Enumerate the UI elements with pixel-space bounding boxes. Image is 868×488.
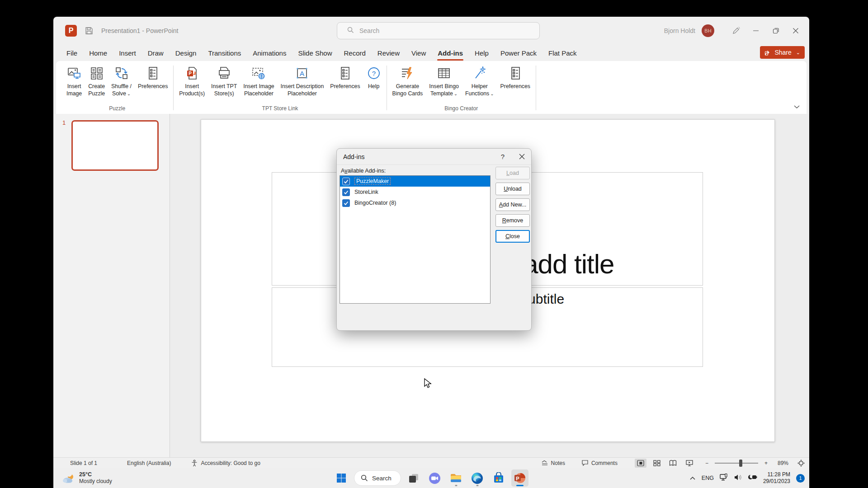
insert-description-placeholder-button[interactable]: A Insert DescriptionPlaceholder [278, 64, 327, 100]
battery-saver-icon[interactable] [748, 474, 757, 482]
dialog-help-icon[interactable]: ? [493, 149, 512, 165]
powerpoint-app-icon[interactable]: P [65, 25, 77, 37]
tab-power-pack[interactable]: Power Pack [495, 47, 542, 60]
microsoft-store-icon[interactable] [490, 469, 507, 487]
insert-tpt-stores-button[interactable]: Insert TPTStore(s) [208, 64, 240, 100]
network-icon[interactable] [720, 474, 728, 483]
powerpoint-window: P Presentation1 - PowerPoint Search Bjor… [53, 17, 809, 468]
user-name[interactable]: Bjorn Holdt [664, 27, 695, 34]
create-puzzle-button[interactable]: CreatePuzzle [85, 64, 108, 100]
svg-text:P: P [189, 71, 192, 76]
tab-slide-show[interactable]: Slide Show [292, 47, 338, 60]
checkbox-checked-icon[interactable] [342, 199, 350, 207]
list-item-storelink[interactable]: StoreLink [340, 187, 490, 197]
list-item-bingocreator[interactable]: BingoCreator (8) [340, 197, 490, 208]
tab-animations[interactable]: Animations [247, 47, 292, 60]
list-item-label: PuzzleMaker [354, 178, 391, 185]
titlebar-search-box[interactable]: Search [337, 22, 540, 39]
insert-image-icon [67, 66, 81, 80]
slide-sorter-view-button[interactable] [651, 459, 663, 468]
tpt-preferences-button[interactable]: Preferences [327, 64, 363, 100]
taskbar-search-label: Search [372, 475, 392, 482]
zoom-out-button[interactable]: − [705, 460, 708, 466]
teams-chat-icon[interactable] [426, 469, 443, 487]
helper-functions-button[interactable]: HelperFunctions⌄ [462, 64, 497, 100]
taskbar: 25°C Mostly cloudy Search [53, 468, 809, 488]
minimize-button[interactable] [746, 17, 766, 45]
share-label: Share [774, 49, 791, 56]
insert-products-icon: P [185, 66, 199, 80]
volume-icon[interactable] [734, 474, 742, 483]
close-button[interactable] [786, 17, 806, 45]
tab-file[interactable]: File [61, 47, 83, 60]
task-view-button[interactable] [405, 469, 422, 487]
list-item-puzzlemaker[interactable]: PuzzleMaker [340, 176, 490, 187]
generate-bingo-cards-button[interactable]: GenerateBingo Cards [389, 64, 426, 100]
zoom-level[interactable]: 89% [778, 460, 788, 466]
tab-home[interactable]: Home [83, 47, 113, 60]
checkbox-checked-icon[interactable] [342, 188, 350, 196]
puzzle-preferences-button[interactable]: Preferences [135, 64, 171, 100]
insert-products-button[interactable]: P InsertProduct(s) [176, 64, 208, 100]
dialog-close-icon[interactable] [512, 149, 531, 165]
remove-button[interactable]: Remove [495, 214, 530, 227]
tab-transitions[interactable]: Transitions [202, 47, 247, 60]
tab-review[interactable]: Review [372, 47, 406, 60]
ribbon-group-puzzle: InsertImage CreatePuzzle Shuffle /Solve⌄… [63, 64, 171, 114]
slide-show-button[interactable] [684, 459, 695, 468]
chevron-down-icon[interactable]: ⌄ [796, 50, 800, 56]
taskbar-search[interactable]: Search [354, 470, 401, 486]
start-button[interactable] [333, 469, 350, 487]
notes-icon [541, 460, 548, 466]
clock[interactable]: 11:28 PM 29/01/2023 [763, 471, 790, 485]
notification-badge[interactable]: 1 [796, 474, 805, 483]
notes-button[interactable]: Notes [541, 460, 565, 466]
tab-flat-pack[interactable]: Flat Pack [542, 47, 583, 60]
weather-widget[interactable]: 25°C Mostly cloudy [61, 468, 112, 488]
add-new-button[interactable]: Add New... [495, 198, 530, 211]
tpt-help-button[interactable]: ? Help [363, 64, 384, 100]
insert-description-placeholder-icon: A [295, 66, 309, 80]
zoom-slider-thumb[interactable] [739, 460, 742, 467]
tab-add-ins[interactable]: Add-ins [432, 47, 469, 60]
add-ins-list[interactable]: PuzzleMaker StoreLink BingoCreator (8) [340, 175, 491, 304]
unload-button[interactable]: Unload [495, 183, 530, 195]
file-explorer-icon[interactable] [448, 469, 465, 487]
feedback-pen-icon[interactable] [726, 17, 746, 45]
insert-image-placeholder-button[interactable]: Insert ImagePlaceholder [240, 64, 277, 100]
tray-language[interactable]: ENG [702, 475, 714, 481]
insert-image-button[interactable]: InsertImage [63, 64, 85, 100]
tab-draw[interactable]: Draw [142, 47, 170, 60]
tab-help[interactable]: Help [469, 47, 495, 60]
tab-insert[interactable]: Insert [113, 47, 142, 60]
normal-view-button[interactable] [635, 459, 646, 468]
maximize-button[interactable] [766, 17, 786, 45]
edge-icon[interactable] [469, 469, 486, 487]
tab-record[interactable]: Record [338, 47, 371, 60]
share-button[interactable]: Share ⌄ [760, 46, 805, 59]
slide-number: 1 [62, 119, 66, 126]
tab-design[interactable]: Design [170, 47, 203, 60]
weather-temperature: 25°C [79, 471, 112, 478]
zoom-in-button[interactable]: + [764, 460, 768, 466]
collapse-ribbon-button[interactable] [793, 103, 800, 111]
load-button[interactable]: Load [495, 167, 530, 179]
search-icon [347, 27, 354, 35]
tray-chevron-up-icon[interactable] [689, 474, 696, 482]
avatar[interactable]: BH [702, 24, 714, 37]
slide-thumbnail[interactable] [71, 120, 159, 171]
language-indicator[interactable]: English (Australia) [127, 460, 171, 466]
insert-bingo-template-button[interactable]: Insert BingoTemplate⌄ [426, 64, 462, 100]
checkbox-checked-icon[interactable] [342, 178, 350, 185]
fit-to-window-button[interactable] [797, 460, 805, 467]
zoom-slider[interactable] [715, 463, 758, 464]
bingo-preferences-button[interactable]: Preferences [497, 64, 533, 100]
accessibility-status[interactable]: Accessibility: Good to go [191, 460, 260, 467]
reading-view-button[interactable] [667, 459, 679, 468]
tab-view[interactable]: View [406, 47, 432, 60]
close-button-dialog[interactable]: Close [495, 230, 530, 243]
shuffle-solve-button[interactable]: Shuffle /Solve⌄ [108, 64, 135, 100]
powerpoint-taskbar-icon[interactable]: P [511, 469, 528, 487]
save-icon[interactable] [85, 27, 93, 35]
comments-button[interactable]: Comments [581, 460, 618, 466]
